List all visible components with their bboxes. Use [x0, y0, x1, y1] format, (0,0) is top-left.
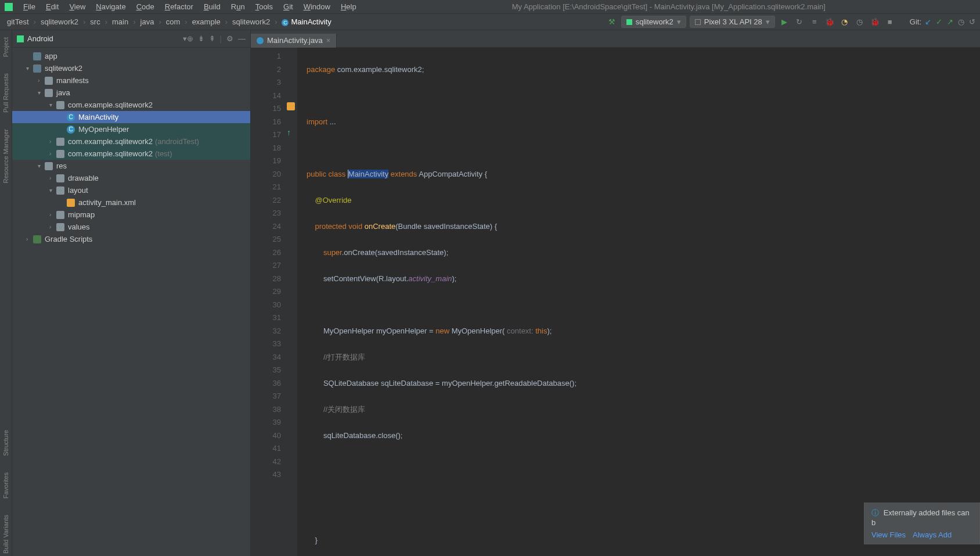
- menu-code[interactable]: Code: [132, 1, 159, 12]
- notif-message: Externally added files can b: [871, 508, 970, 527]
- expand-icon[interactable]: ⇟: [198, 34, 204, 43]
- gear-icon[interactable]: ⚙: [226, 34, 233, 43]
- editor-area: MainActivity.java × 12314 15161718 19202…: [251, 30, 980, 556]
- run-icon[interactable]: ▶: [779, 16, 790, 28]
- run-config-selector[interactable]: sqlitework2▾: [621, 16, 686, 28]
- tree-pkg-main[interactable]: ▾com.example.sqlitework2: [12, 99, 250, 111]
- tree-drawable[interactable]: ›drawable: [12, 172, 250, 184]
- editor-tabs: MainActivity.java ×: [251, 30, 980, 48]
- gutter-marks: ↑: [286, 48, 297, 556]
- git-label: Git:: [910, 17, 921, 26]
- change-marker-icon[interactable]: [287, 102, 295, 110]
- git-pull-icon[interactable]: ↙: [925, 17, 931, 26]
- apply-changes-icon[interactable]: ↻: [794, 16, 805, 28]
- debug-icon[interactable]: 🐞: [824, 16, 835, 28]
- tree-pkg-test[interactable]: ›com.example.sqlitework2(test): [12, 148, 250, 160]
- rail-resource-manager[interactable]: Resource Manager: [1, 127, 10, 186]
- tab-label: MainActivity.java: [267, 36, 323, 45]
- bc-gitTest[interactable]: gitTest: [5, 16, 31, 27]
- toolbar: gitTest› sqlitework2› src› main› java› c…: [0, 14, 980, 30]
- close-icon[interactable]: ×: [326, 36, 331, 45]
- tree-sqlitework2[interactable]: ▾sqlitework2: [12, 62, 250, 74]
- tree-values[interactable]: ›values: [12, 221, 250, 233]
- git-rollback-icon[interactable]: ↺: [969, 17, 975, 26]
- menu-tools[interactable]: Tools: [251, 1, 278, 12]
- profile-icon[interactable]: ◷: [854, 16, 866, 28]
- git-history-icon[interactable]: ◷: [958, 17, 964, 26]
- bc-sqlitework2[interactable]: sqlitework2: [38, 16, 81, 27]
- stop-icon[interactable]: ■: [884, 16, 896, 28]
- menu-navigate[interactable]: Navigate: [91, 1, 130, 12]
- bc-com[interactable]: com: [164, 16, 183, 27]
- divider: |: [220, 34, 222, 43]
- bc-java[interactable]: java: [138, 16, 157, 27]
- rail-structure[interactable]: Structure: [1, 428, 10, 458]
- tree-java[interactable]: ▾java: [12, 87, 250, 99]
- sidebar-dropdown-icon[interactable]: ▾: [183, 34, 187, 43]
- tree-mipmap[interactable]: ›mipmap: [12, 209, 250, 221]
- notification-popup: ⓘ Externally added files can b View File…: [864, 503, 980, 544]
- menu-build[interactable]: Build: [199, 1, 225, 12]
- rail-build-variants[interactable]: Build Variants: [1, 512, 10, 556]
- notif-view-files[interactable]: View Files: [871, 530, 906, 539]
- git-push-icon[interactable]: ↗: [947, 17, 953, 26]
- sidebar-header: Android ▾ ⊕ ⇟ ⇞ | ⚙ —: [12, 30, 250, 48]
- menu-git[interactable]: Git: [279, 1, 298, 12]
- tree-layout[interactable]: ▾layout: [12, 184, 250, 196]
- line-gutter: 12314 15161718 19202122 23242526 2728293…: [251, 48, 286, 556]
- android-icon: [17, 35, 24, 42]
- rail-favorites[interactable]: Favorites: [1, 470, 10, 501]
- bc-class[interactable]: CMainActivity: [279, 16, 333, 27]
- device-selector[interactable]: Pixel 3 XL API 28▾: [690, 16, 775, 28]
- collapse-icon[interactable]: ⇞: [209, 34, 215, 43]
- bc-main[interactable]: main: [110, 16, 131, 27]
- info-icon: ⓘ: [871, 508, 879, 517]
- code-content[interactable]: package com.example.sqlitework2; import …: [297, 48, 980, 556]
- project-sidebar: Android ▾ ⊕ ⇟ ⇞ | ⚙ — app ▾sqlitework2 ›…: [12, 30, 251, 556]
- menu-file[interactable]: File: [19, 1, 40, 12]
- breadcrumbs: gitTest› sqlitework2› src› main› java› c…: [0, 16, 606, 27]
- notif-always-add[interactable]: Always Add: [913, 530, 952, 539]
- menu-bar: File Edit View Navigate Code Refactor Bu…: [0, 0, 980, 14]
- override-marker-icon[interactable]: ↑: [287, 128, 295, 136]
- tree-my-open-helper[interactable]: CMyOpenHelper: [12, 123, 250, 135]
- hide-icon[interactable]: —: [238, 34, 246, 43]
- apply-code-icon[interactable]: ≡: [809, 16, 820, 28]
- target-icon[interactable]: ⊕: [187, 34, 193, 43]
- tree-app[interactable]: app: [12, 50, 250, 62]
- code-editor[interactable]: 12314 15161718 19202122 23242526 2728293…: [251, 48, 980, 556]
- bc-example[interactable]: example: [190, 16, 223, 27]
- sidebar-view-label[interactable]: Android: [27, 34, 183, 43]
- left-tool-rail: Project Pull Requests Resource Manager S…: [0, 30, 12, 556]
- tab-mainactivity[interactable]: MainActivity.java ×: [251, 34, 337, 48]
- tree-manifests[interactable]: ›manifests: [12, 74, 250, 87]
- menu-help[interactable]: Help: [336, 1, 361, 12]
- tree-activity-xml[interactable]: activity_main.xml: [12, 196, 250, 209]
- menu-view[interactable]: View: [64, 1, 90, 12]
- bc-src[interactable]: src: [88, 16, 102, 27]
- menu-refactor[interactable]: Refactor: [160, 1, 198, 12]
- tree-res[interactable]: ▾res: [12, 160, 250, 172]
- class-icon: [257, 37, 264, 44]
- window-title: My Application [E:\AndroidSpace\gitTest]…: [512, 2, 826, 11]
- rail-project[interactable]: Project: [1, 35, 10, 59]
- attach-debugger-icon[interactable]: 🐞: [869, 16, 881, 28]
- tree-pkg-androidtest[interactable]: ›com.example.sqlitework2(androidTest): [12, 135, 250, 148]
- menu-window[interactable]: Window: [299, 1, 335, 12]
- tree-gradle[interactable]: ›Gradle Scripts: [12, 233, 250, 245]
- coverage-icon[interactable]: ◔: [839, 16, 851, 28]
- bc-pkg[interactable]: sqlitework2: [230, 16, 272, 27]
- menu-edit[interactable]: Edit: [41, 1, 63, 12]
- build-icon[interactable]: ⚒: [606, 16, 618, 28]
- rail-pull-requests[interactable]: Pull Requests: [1, 71, 10, 115]
- android-logo-icon: [5, 3, 13, 11]
- project-tree: app ▾sqlitework2 ›manifests ▾java ▾com.e…: [12, 48, 250, 556]
- tree-main-activity[interactable]: CMainActivity: [12, 111, 250, 123]
- menu-run[interactable]: Run: [226, 1, 250, 12]
- git-commit-icon[interactable]: ✓: [936, 17, 942, 26]
